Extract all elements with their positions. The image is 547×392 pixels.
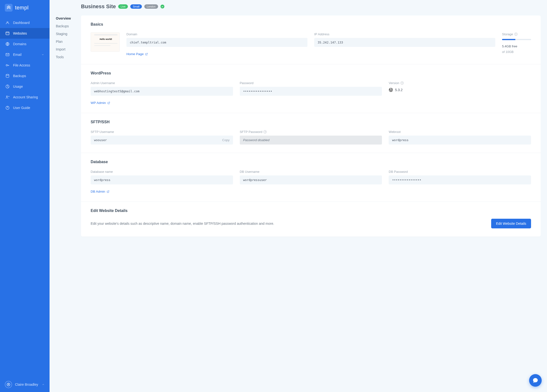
sidebar-item-backups[interactable]: Backups	[0, 71, 50, 81]
sftp-user-label: SFTP Username	[91, 130, 233, 134]
admin-user-value[interactable]: webhostingtest5@gmail.com	[91, 87, 233, 96]
wp-password-value[interactable]: ••••••••••••••••	[240, 87, 382, 96]
db-password-value[interactable]: ••••••••••••••••	[389, 175, 531, 184]
main: Business Site Live Small London Basics H…	[81, 0, 547, 392]
db-user-value[interactable]: wordpressuser	[240, 175, 382, 184]
db-user-label: DB Username	[240, 170, 382, 174]
nav-label: Websites	[13, 31, 27, 35]
svg-rect-0	[6, 32, 9, 35]
logo-text: templ	[15, 5, 29, 11]
section-database: Database Database name wordpress DB Admi…	[81, 153, 541, 202]
section-wordpress: WordPress Admin Username webhostingtest5…	[81, 64, 541, 113]
copy-button[interactable]: Copy	[222, 138, 229, 142]
nav-label: Domains	[13, 42, 26, 46]
external-link-icon	[107, 102, 110, 104]
user-menu[interactable]: Claire Broadley	[0, 377, 50, 392]
nav-label: File Access	[13, 63, 30, 67]
section-title: Basics	[91, 22, 531, 27]
version-label: Version ?	[389, 81, 531, 85]
help-icon[interactable]: ?	[263, 130, 267, 133]
admin-user-label: Admin Username	[91, 81, 233, 85]
sidebar-item-usage[interactable]: Usage	[0, 81, 50, 92]
subnav-plan[interactable]: Plan	[56, 38, 81, 45]
backups-icon	[5, 74, 10, 78]
websites-icon	[5, 31, 10, 36]
sidebar: templ Dashboard Websites Domains Email	[0, 0, 50, 392]
section-title: Edit Website Details	[91, 209, 531, 213]
email-icon	[5, 52, 10, 57]
nav-label: Usage	[13, 85, 23, 88]
domain-label: Domain	[126, 32, 307, 36]
section-title: SFTP/SSH	[91, 120, 531, 124]
sidebar-item-websites[interactable]: Websites	[0, 28, 50, 39]
chevron-down-icon	[41, 53, 44, 56]
storage-free: 5.4GB free	[502, 44, 531, 48]
wp-admin-link[interactable]: WP Admin	[91, 101, 233, 105]
subnav-import[interactable]: Import	[56, 45, 81, 53]
svg-point-3	[6, 65, 7, 66]
nav-label: Account Sharing	[13, 95, 38, 99]
subnav-staging[interactable]: Staging	[56, 30, 81, 38]
subnav-backups[interactable]: Backups	[56, 22, 81, 30]
sftp-password-value: Password disabled	[240, 136, 382, 145]
sidebar-item-account-sharing[interactable]: Account Sharing	[0, 92, 50, 102]
db-password-label: DB Password	[389, 170, 531, 174]
badge-live: Live	[118, 4, 128, 9]
sidebar-item-user-guide[interactable]: User Guide	[0, 102, 50, 113]
section-title: WordPress	[91, 71, 531, 75]
help-icon	[5, 106, 10, 110]
section-sftp: SFTP/SSH SFTP Username woouser Copy SFTP…	[81, 113, 541, 153]
svg-point-6	[7, 96, 8, 97]
ip-label: IP Address	[314, 32, 495, 36]
section-title: Database	[91, 160, 531, 164]
domains-icon	[5, 42, 10, 46]
wp-password-label: Password	[240, 81, 382, 85]
title-row: Business Site Live Small London	[81, 3, 541, 10]
sftp-password-label: SFTP Password ?	[240, 130, 382, 134]
db-name-value[interactable]: wordpress	[91, 175, 233, 184]
nav-label: User Guide	[13, 106, 30, 110]
ip-value[interactable]: 35.242.147.133	[314, 38, 495, 47]
subnav-overview[interactable]: Overview	[56, 15, 81, 22]
storage-of: of 10GB	[502, 50, 531, 54]
chat-icon	[532, 377, 539, 384]
page-title: Business Site	[81, 3, 116, 10]
sidebar-item-email[interactable]: Email	[0, 49, 50, 60]
edit-website-button[interactable]: Edit Website Details	[491, 219, 531, 228]
domain-value[interactable]: chief.templtrial.com	[126, 38, 307, 47]
sftp-user-value[interactable]: woouser Copy	[91, 136, 233, 145]
edit-description: Edit your website's details such as desc…	[91, 221, 484, 226]
site-thumbnail[interactable]: Hello world!	[91, 32, 120, 52]
nav-label: Dashboard	[13, 21, 30, 25]
db-admin-link[interactable]: DB Admin	[91, 190, 233, 193]
wordpress-icon	[389, 88, 393, 92]
sidebar-item-dashboard[interactable]: Dashboard	[0, 17, 50, 28]
subnav-tools[interactable]: Tools	[56, 53, 81, 61]
account-sharing-icon	[5, 95, 10, 99]
svg-point-4	[6, 74, 9, 75]
external-link-icon	[145, 53, 148, 56]
subnav: Overview Backups Staging Plan Import Too…	[50, 0, 81, 61]
dashboard-icon	[5, 21, 10, 25]
avatar-icon	[5, 381, 12, 388]
storage-label: Storage ?	[502, 32, 531, 36]
section-basics: Basics Hello world! Dom	[81, 15, 541, 64]
db-name-label: Database name	[91, 170, 233, 174]
storage-progress	[502, 39, 531, 40]
section-edit: Edit Website Details Edit your website's…	[81, 202, 541, 237]
home-page-link[interactable]: Home Page	[126, 52, 307, 56]
help-icon[interactable]: ?	[514, 33, 518, 36]
sidebar-item-domains[interactable]: Domains	[0, 39, 50, 49]
badge-size: Small	[130, 4, 142, 9]
key-icon	[5, 63, 10, 67]
webroot-value[interactable]: wordpress	[389, 136, 531, 145]
logo-icon	[5, 4, 13, 12]
sidebar-item-file-access[interactable]: File Access	[0, 60, 50, 71]
user-name: Claire Broadley	[15, 383, 38, 386]
status-ok-icon	[160, 5, 164, 8]
help-icon[interactable]: ?	[401, 81, 404, 85]
chat-launcher[interactable]	[529, 374, 542, 387]
version-value: 5.3.2	[389, 88, 531, 92]
logo[interactable]: templ	[0, 0, 50, 17]
nav-label: Email	[13, 53, 22, 57]
